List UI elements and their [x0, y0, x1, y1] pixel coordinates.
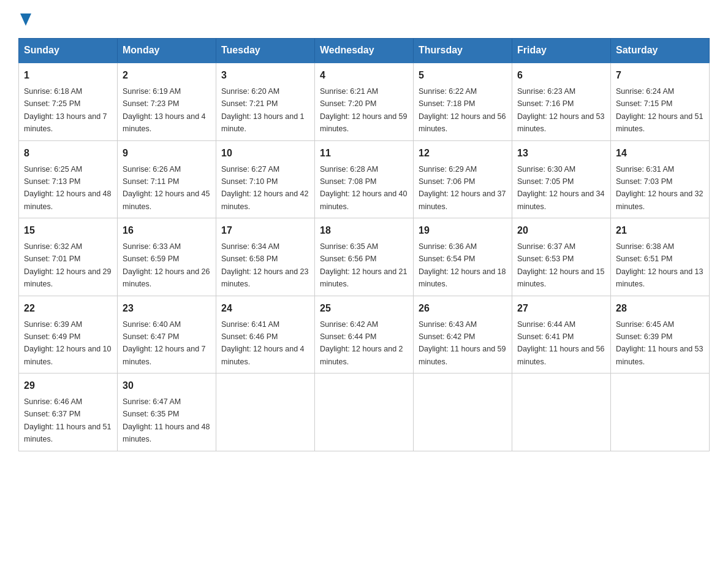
calendar-cell: 1 Sunrise: 6:18 AMSunset: 7:25 PMDayligh…: [19, 63, 118, 140]
day-info: Sunrise: 6:42 AMSunset: 6:44 PMDaylight:…: [320, 320, 403, 366]
calendar-cell: 21 Sunrise: 6:38 AMSunset: 6:51 PMDaylig…: [611, 218, 710, 296]
day-info: Sunrise: 6:25 AMSunset: 7:13 PMDaylight:…: [24, 165, 111, 211]
calendar-cell: 14 Sunrise: 6:31 AMSunset: 7:03 PMDaylig…: [611, 140, 710, 218]
day-info: Sunrise: 6:26 AMSunset: 7:11 PMDaylight:…: [123, 165, 210, 211]
day-number: 24: [221, 301, 309, 316]
day-info: Sunrise: 6:20 AMSunset: 7:21 PMDaylight:…: [221, 87, 305, 133]
day-number: 17: [221, 223, 309, 238]
calendar-cell: 5 Sunrise: 6:22 AMSunset: 7:18 PMDayligh…: [414, 63, 512, 140]
day-info: Sunrise: 6:44 AMSunset: 6:41 PMDaylight:…: [517, 320, 604, 366]
calendar-cell: 3 Sunrise: 6:20 AMSunset: 7:21 PMDayligh…: [216, 63, 315, 140]
day-number: 1: [24, 68, 112, 83]
day-number: 10: [221, 146, 309, 161]
calendar-header-sunday: Sunday: [19, 39, 118, 63]
calendar-cell: 13 Sunrise: 6:30 AMSunset: 7:05 PMDaylig…: [512, 140, 611, 218]
day-number: 22: [24, 301, 112, 316]
day-number: 3: [221, 68, 309, 83]
day-info: Sunrise: 6:45 AMSunset: 6:39 PMDaylight:…: [616, 320, 703, 366]
calendar-week-row-4: 22 Sunrise: 6:39 AMSunset: 6:49 PMDaylig…: [19, 296, 710, 373]
day-number: 29: [24, 378, 112, 393]
calendar-header-monday: Monday: [118, 39, 216, 63]
day-number: 12: [419, 146, 507, 161]
day-info: Sunrise: 6:30 AMSunset: 7:05 PMDaylight:…: [517, 165, 604, 211]
day-info: Sunrise: 6:28 AMSunset: 7:08 PMDaylight:…: [320, 165, 407, 211]
day-info: Sunrise: 6:34 AMSunset: 6:58 PMDaylight:…: [221, 242, 308, 288]
day-info: Sunrise: 6:23 AMSunset: 7:16 PMDaylight:…: [517, 87, 604, 133]
day-number: 7: [616, 68, 704, 83]
calendar-cell: 19 Sunrise: 6:36 AMSunset: 6:54 PMDaylig…: [414, 218, 512, 296]
day-number: 5: [419, 68, 507, 83]
day-number: 27: [517, 301, 605, 316]
calendar-cell: 28 Sunrise: 6:45 AMSunset: 6:39 PMDaylig…: [611, 296, 710, 373]
day-number: 6: [517, 68, 605, 83]
day-info: Sunrise: 6:19 AMSunset: 7:23 PMDaylight:…: [123, 87, 206, 133]
calendar-cell: 8 Sunrise: 6:25 AMSunset: 7:13 PMDayligh…: [19, 140, 118, 218]
calendar-cell: [216, 373, 315, 451]
day-number: 21: [616, 223, 704, 238]
day-number: 18: [320, 223, 408, 238]
day-info: Sunrise: 6:40 AMSunset: 6:47 PMDaylight:…: [123, 320, 206, 366]
calendar-header-thursday: Thursday: [414, 39, 512, 63]
day-number: 25: [320, 301, 408, 316]
day-number: 19: [419, 223, 507, 238]
day-info: Sunrise: 6:47 AMSunset: 6:35 PMDaylight:…: [123, 397, 210, 443]
day-info: Sunrise: 6:39 AMSunset: 6:49 PMDaylight:…: [24, 320, 111, 366]
day-number: 4: [320, 68, 408, 83]
day-info: Sunrise: 6:21 AMSunset: 7:20 PMDaylight:…: [320, 87, 407, 133]
day-info: Sunrise: 6:41 AMSunset: 6:46 PMDaylight:…: [221, 320, 305, 366]
day-info: Sunrise: 6:29 AMSunset: 7:06 PMDaylight:…: [419, 165, 506, 211]
calendar-cell: 26 Sunrise: 6:43 AMSunset: 6:42 PMDaylig…: [414, 296, 512, 373]
calendar-week-row-3: 15 Sunrise: 6:32 AMSunset: 7:01 PMDaylig…: [19, 218, 710, 296]
day-info: Sunrise: 6:18 AMSunset: 7:25 PMDaylight:…: [24, 87, 107, 133]
day-number: 26: [419, 301, 507, 316]
day-number: 8: [24, 146, 112, 161]
calendar-cell: 12 Sunrise: 6:29 AMSunset: 7:06 PMDaylig…: [414, 140, 512, 218]
day-info: Sunrise: 6:31 AMSunset: 7:03 PMDaylight:…: [616, 165, 703, 211]
calendar-header-tuesday: Tuesday: [216, 39, 315, 63]
day-info: Sunrise: 6:36 AMSunset: 6:54 PMDaylight:…: [419, 242, 506, 288]
day-info: Sunrise: 6:27 AMSunset: 7:10 PMDaylight:…: [221, 165, 308, 211]
calendar-cell: [611, 373, 710, 451]
calendar-cell: 4 Sunrise: 6:21 AMSunset: 7:20 PMDayligh…: [315, 63, 414, 140]
day-number: 30: [123, 378, 211, 393]
calendar-cell: 22 Sunrise: 6:39 AMSunset: 6:49 PMDaylig…: [19, 296, 118, 373]
day-number: 28: [616, 301, 704, 316]
calendar-cell: 6 Sunrise: 6:23 AMSunset: 7:16 PMDayligh…: [512, 63, 611, 140]
calendar-cell: 10 Sunrise: 6:27 AMSunset: 7:10 PMDaylig…: [216, 140, 315, 218]
calendar-cell: [512, 373, 611, 451]
calendar-week-row-1: 1 Sunrise: 6:18 AMSunset: 7:25 PMDayligh…: [19, 63, 710, 140]
calendar-week-row-5: 29 Sunrise: 6:46 AMSunset: 6:37 PMDaylig…: [19, 373, 710, 451]
calendar-cell: 24 Sunrise: 6:41 AMSunset: 6:46 PMDaylig…: [216, 296, 315, 373]
calendar-cell: 30 Sunrise: 6:47 AMSunset: 6:35 PMDaylig…: [118, 373, 216, 451]
calendar-cell: 11 Sunrise: 6:28 AMSunset: 7:08 PMDaylig…: [315, 140, 414, 218]
calendar-cell: 9 Sunrise: 6:26 AMSunset: 7:11 PMDayligh…: [118, 140, 216, 218]
logo-arrow-icon: [20, 13, 31, 26]
calendar-cell: [414, 373, 512, 451]
day-number: 20: [517, 223, 605, 238]
calendar-cell: 29 Sunrise: 6:46 AMSunset: 6:37 PMDaylig…: [19, 373, 118, 451]
calendar-cell: 23 Sunrise: 6:40 AMSunset: 6:47 PMDaylig…: [118, 296, 216, 373]
day-number: 13: [517, 146, 605, 161]
day-number: 2: [123, 68, 211, 83]
calendar-cell: 18 Sunrise: 6:35 AMSunset: 6:56 PMDaylig…: [315, 218, 414, 296]
day-number: 23: [123, 301, 211, 316]
calendar-cell: 17 Sunrise: 6:34 AMSunset: 6:58 PMDaylig…: [216, 218, 315, 296]
day-info: Sunrise: 6:33 AMSunset: 6:59 PMDaylight:…: [123, 242, 210, 288]
calendar-cell: 20 Sunrise: 6:37 AMSunset: 6:53 PMDaylig…: [512, 218, 611, 296]
page-header: [18, 12, 710, 26]
day-info: Sunrise: 6:22 AMSunset: 7:18 PMDaylight:…: [419, 87, 506, 133]
day-info: Sunrise: 6:43 AMSunset: 6:42 PMDaylight:…: [419, 320, 506, 366]
calendar-table: SundayMondayTuesdayWednesdayThursdayFrid…: [18, 38, 710, 451]
calendar-header-row: SundayMondayTuesdayWednesdayThursdayFrid…: [19, 39, 710, 63]
day-number: 11: [320, 146, 408, 161]
calendar-cell: 7 Sunrise: 6:24 AMSunset: 7:15 PMDayligh…: [611, 63, 710, 140]
calendar-cell: 2 Sunrise: 6:19 AMSunset: 7:23 PMDayligh…: [118, 63, 216, 140]
day-number: 14: [616, 146, 704, 161]
day-number: 15: [24, 223, 112, 238]
calendar-cell: 25 Sunrise: 6:42 AMSunset: 6:44 PMDaylig…: [315, 296, 414, 373]
logo: [18, 12, 31, 26]
calendar-header-friday: Friday: [512, 39, 611, 63]
day-info: Sunrise: 6:24 AMSunset: 7:15 PMDaylight:…: [616, 87, 703, 133]
day-number: 9: [123, 146, 211, 161]
calendar-week-row-2: 8 Sunrise: 6:25 AMSunset: 7:13 PMDayligh…: [19, 140, 710, 218]
